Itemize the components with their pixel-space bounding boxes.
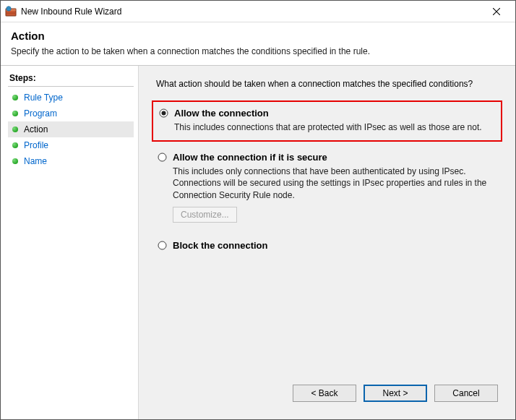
back-button[interactable]: < Back xyxy=(293,385,356,402)
firewall-icon xyxy=(5,6,17,17)
bullet-icon xyxy=(12,95,18,100)
option-desc: This includes only connections that have… xyxy=(173,166,495,201)
body: Steps: Rule Type Program Action Profile … xyxy=(1,66,515,419)
option-desc: This includes connections that are prote… xyxy=(174,121,494,133)
step-action[interactable]: Action xyxy=(8,121,134,137)
svg-point-11 xyxy=(158,153,166,161)
svg-point-12 xyxy=(158,241,166,249)
option-allow-secure: Allow the connection if it is secure Thi… xyxy=(152,146,502,230)
step-name[interactable]: Name xyxy=(8,153,134,169)
option-label: Block the connection xyxy=(173,240,267,251)
step-label: Action xyxy=(24,124,129,134)
radio-icon xyxy=(159,108,168,118)
bullet-icon xyxy=(12,111,18,116)
cancel-button[interactable]: Cancel xyxy=(434,385,498,402)
page-title: Action xyxy=(11,30,505,42)
bullet-icon xyxy=(12,127,18,132)
step-label: Program xyxy=(24,108,129,119)
step-label: Rule Type xyxy=(24,93,129,103)
window-title: New Inbound Rule Wizard xyxy=(21,7,482,17)
step-program[interactable]: Program xyxy=(8,106,134,121)
radio-block[interactable]: Block the connection xyxy=(158,240,495,251)
customize-button: Customize... xyxy=(173,207,237,223)
svg-point-10 xyxy=(162,111,166,116)
step-label: Profile xyxy=(24,140,129,150)
options-group: Allow the connection This includes conne… xyxy=(152,100,502,377)
steps-sidebar: Steps: Rule Type Program Action Profile … xyxy=(1,66,138,419)
radio-allow-secure[interactable]: Allow the connection if it is secure xyxy=(158,152,495,163)
page-subtitle: Specify the action to be taken when a co… xyxy=(11,46,505,56)
option-label: Allow the connection if it is secure xyxy=(173,152,327,163)
option-allow: Allow the connection This includes conne… xyxy=(152,100,502,142)
option-label: Allow the connection xyxy=(174,108,269,119)
step-profile[interactable]: Profile xyxy=(8,137,134,153)
titlebar: New Inbound Rule Wizard xyxy=(1,1,515,22)
radio-icon xyxy=(158,153,167,162)
step-rule-type[interactable]: Rule Type xyxy=(8,90,134,106)
bullet-icon xyxy=(12,142,18,148)
button-row: < Back Next > Cancel xyxy=(152,377,502,412)
next-button[interactable]: Next > xyxy=(364,385,427,402)
close-button[interactable] xyxy=(482,1,511,22)
step-label: Name xyxy=(24,156,129,166)
bullet-icon xyxy=(12,158,18,164)
steps-title: Steps: xyxy=(8,72,134,87)
main-panel: What action should be taken when a conne… xyxy=(138,66,515,419)
question-text: What action should be taken when a conne… xyxy=(156,79,502,89)
radio-allow[interactable]: Allow the connection xyxy=(159,108,494,119)
option-block: Block the connection xyxy=(152,234,502,258)
radio-icon xyxy=(158,241,167,250)
header: Action Specify the action to be taken wh… xyxy=(1,22,515,61)
svg-rect-2 xyxy=(6,12,16,14)
